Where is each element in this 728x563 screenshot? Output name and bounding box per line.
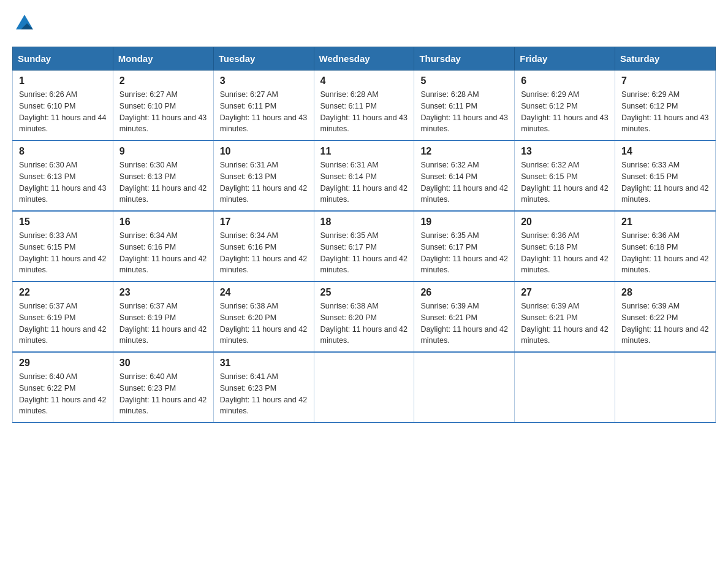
calendar-body: 1 Sunrise: 6:26 AMSunset: 6:10 PMDayligh… — [13, 71, 716, 423]
day-info: Sunrise: 6:36 AMSunset: 6:18 PMDaylight:… — [521, 230, 609, 276]
day-info: Sunrise: 6:28 AMSunset: 6:11 PMDaylight:… — [320, 89, 408, 135]
day-info: Sunrise: 6:36 AMSunset: 6:18 PMDaylight:… — [621, 230, 709, 276]
day-info: Sunrise: 6:33 AMSunset: 6:15 PMDaylight:… — [19, 230, 107, 276]
day-info: Sunrise: 6:35 AMSunset: 6:17 PMDaylight:… — [320, 230, 408, 276]
day-info: Sunrise: 6:33 AMSunset: 6:15 PMDaylight:… — [621, 159, 709, 205]
weekday-header-cell: Saturday — [615, 47, 716, 71]
calendar-cell: 20 Sunrise: 6:36 AMSunset: 6:18 PMDaylig… — [515, 211, 615, 282]
calendar-week-row: 22 Sunrise: 6:37 AMSunset: 6:19 PMDaylig… — [13, 282, 716, 352]
calendar-cell — [314, 352, 414, 423]
day-info: Sunrise: 6:29 AMSunset: 6:12 PMDaylight:… — [521, 89, 609, 135]
day-number: 21 — [621, 216, 709, 228]
day-number: 8 — [19, 146, 107, 157]
calendar-cell: 9 Sunrise: 6:30 AMSunset: 6:13 PMDayligh… — [113, 140, 213, 211]
day-info: Sunrise: 6:40 AMSunset: 6:22 PMDaylight:… — [19, 371, 107, 417]
calendar-week-row: 29 Sunrise: 6:40 AMSunset: 6:22 PMDaylig… — [13, 352, 716, 423]
day-number: 31 — [220, 358, 308, 369]
calendar-cell: 16 Sunrise: 6:34 AMSunset: 6:16 PMDaylig… — [113, 211, 213, 282]
day-number: 23 — [119, 287, 207, 298]
day-info: Sunrise: 6:31 AMSunset: 6:13 PMDaylight:… — [220, 159, 308, 205]
calendar-cell: 25 Sunrise: 6:38 AMSunset: 6:20 PMDaylig… — [314, 282, 414, 352]
logo-icon — [13, 12, 36, 34]
calendar-cell: 22 Sunrise: 6:37 AMSunset: 6:19 PMDaylig… — [13, 282, 113, 352]
calendar-cell: 8 Sunrise: 6:30 AMSunset: 6:13 PMDayligh… — [13, 140, 113, 211]
weekday-header-cell: Tuesday — [213, 47, 314, 71]
calendar-cell: 21 Sunrise: 6:36 AMSunset: 6:18 PMDaylig… — [615, 211, 716, 282]
day-number: 15 — [19, 216, 107, 228]
day-number: 29 — [19, 358, 107, 369]
day-info: Sunrise: 6:30 AMSunset: 6:13 PMDaylight:… — [119, 159, 207, 205]
day-info: Sunrise: 6:26 AMSunset: 6:10 PMDaylight:… — [19, 89, 107, 135]
calendar-cell: 17 Sunrise: 6:34 AMSunset: 6:16 PMDaylig… — [213, 211, 314, 282]
day-number: 11 — [320, 146, 408, 157]
day-info: Sunrise: 6:27 AMSunset: 6:11 PMDaylight:… — [220, 89, 308, 135]
day-info: Sunrise: 6:31 AMSunset: 6:14 PMDaylight:… — [320, 159, 408, 205]
calendar-cell: 18 Sunrise: 6:35 AMSunset: 6:17 PMDaylig… — [314, 211, 414, 282]
calendar-week-row: 8 Sunrise: 6:30 AMSunset: 6:13 PMDayligh… — [13, 140, 716, 211]
calendar-cell: 23 Sunrise: 6:37 AMSunset: 6:19 PMDaylig… — [113, 282, 213, 352]
calendar-cell: 28 Sunrise: 6:39 AMSunset: 6:22 PMDaylig… — [615, 282, 716, 352]
calendar-cell: 14 Sunrise: 6:33 AMSunset: 6:15 PMDaylig… — [615, 140, 716, 211]
calendar-cell: 12 Sunrise: 6:32 AMSunset: 6:14 PMDaylig… — [414, 140, 515, 211]
day-info: Sunrise: 6:37 AMSunset: 6:19 PMDaylight:… — [19, 301, 107, 347]
weekday-header-cell: Monday — [113, 47, 213, 71]
logo — [12, 12, 37, 34]
day-number: 14 — [621, 146, 709, 157]
calendar-cell: 15 Sunrise: 6:33 AMSunset: 6:15 PMDaylig… — [13, 211, 113, 282]
calendar-cell: 6 Sunrise: 6:29 AMSunset: 6:12 PMDayligh… — [515, 71, 615, 141]
calendar-week-row: 15 Sunrise: 6:33 AMSunset: 6:15 PMDaylig… — [13, 211, 716, 282]
calendar-cell: 31 Sunrise: 6:41 AMSunset: 6:23 PMDaylig… — [213, 352, 314, 423]
day-info: Sunrise: 6:41 AMSunset: 6:23 PMDaylight:… — [220, 371, 308, 417]
day-number: 1 — [19, 75, 107, 86]
day-info: Sunrise: 6:28 AMSunset: 6:11 PMDaylight:… — [420, 89, 508, 135]
calendar-cell: 24 Sunrise: 6:38 AMSunset: 6:20 PMDaylig… — [213, 282, 314, 352]
day-info: Sunrise: 6:35 AMSunset: 6:17 PMDaylight:… — [420, 230, 508, 276]
calendar-table: SundayMondayTuesdayWednesdayThursdayFrid… — [12, 47, 716, 423]
day-number: 13 — [521, 146, 609, 157]
calendar-cell — [414, 352, 515, 423]
day-info: Sunrise: 6:39 AMSunset: 6:22 PMDaylight:… — [621, 301, 709, 347]
day-info: Sunrise: 6:38 AMSunset: 6:20 PMDaylight:… — [320, 301, 408, 347]
calendar-cell: 27 Sunrise: 6:39 AMSunset: 6:21 PMDaylig… — [515, 282, 615, 352]
weekday-header-cell: Friday — [515, 47, 615, 71]
day-number: 24 — [220, 287, 308, 298]
day-info: Sunrise: 6:40 AMSunset: 6:23 PMDaylight:… — [119, 371, 207, 417]
day-number: 2 — [119, 75, 207, 86]
day-info: Sunrise: 6:32 AMSunset: 6:15 PMDaylight:… — [521, 159, 609, 205]
day-number: 5 — [420, 75, 508, 86]
page-header — [12, 12, 716, 34]
day-number: 19 — [420, 216, 508, 228]
calendar-cell: 4 Sunrise: 6:28 AMSunset: 6:11 PMDayligh… — [314, 71, 414, 141]
day-number: 20 — [521, 216, 609, 228]
day-info: Sunrise: 6:39 AMSunset: 6:21 PMDaylight:… — [420, 301, 508, 347]
day-info: Sunrise: 6:27 AMSunset: 6:10 PMDaylight:… — [119, 89, 207, 135]
calendar-cell: 2 Sunrise: 6:27 AMSunset: 6:10 PMDayligh… — [113, 71, 213, 141]
day-info: Sunrise: 6:30 AMSunset: 6:13 PMDaylight:… — [19, 159, 107, 205]
day-info: Sunrise: 6:38 AMSunset: 6:20 PMDaylight:… — [220, 301, 308, 347]
calendar-week-row: 1 Sunrise: 6:26 AMSunset: 6:10 PMDayligh… — [13, 71, 716, 141]
day-number: 7 — [621, 75, 709, 86]
weekday-header-row: SundayMondayTuesdayWednesdayThursdayFrid… — [13, 47, 716, 71]
day-info: Sunrise: 6:37 AMSunset: 6:19 PMDaylight:… — [119, 301, 207, 347]
day-number: 4 — [320, 75, 408, 86]
calendar-cell: 1 Sunrise: 6:26 AMSunset: 6:10 PMDayligh… — [13, 71, 113, 141]
day-number: 3 — [220, 75, 308, 86]
day-number: 28 — [621, 287, 709, 298]
weekday-header-cell: Sunday — [13, 47, 113, 71]
day-info: Sunrise: 6:32 AMSunset: 6:14 PMDaylight:… — [420, 159, 508, 205]
calendar-cell: 13 Sunrise: 6:32 AMSunset: 6:15 PMDaylig… — [515, 140, 615, 211]
calendar-cell: 19 Sunrise: 6:35 AMSunset: 6:17 PMDaylig… — [414, 211, 515, 282]
calendar-cell: 5 Sunrise: 6:28 AMSunset: 6:11 PMDayligh… — [414, 71, 515, 141]
day-info: Sunrise: 6:29 AMSunset: 6:12 PMDaylight:… — [621, 89, 709, 135]
calendar-cell: 30 Sunrise: 6:40 AMSunset: 6:23 PMDaylig… — [113, 352, 213, 423]
day-number: 10 — [220, 146, 308, 157]
day-number: 16 — [119, 216, 207, 228]
day-number: 26 — [420, 287, 508, 298]
weekday-header-cell: Thursday — [414, 47, 515, 71]
day-number: 12 — [420, 146, 508, 157]
calendar-cell: 29 Sunrise: 6:40 AMSunset: 6:22 PMDaylig… — [13, 352, 113, 423]
calendar-cell: 7 Sunrise: 6:29 AMSunset: 6:12 PMDayligh… — [615, 71, 716, 141]
day-info: Sunrise: 6:39 AMSunset: 6:21 PMDaylight:… — [521, 301, 609, 347]
calendar-cell — [515, 352, 615, 423]
day-number: 9 — [119, 146, 207, 157]
